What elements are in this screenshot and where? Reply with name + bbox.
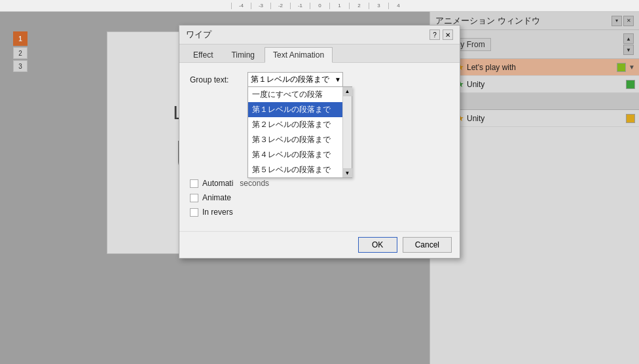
ruler-tick: 2 bbox=[349, 3, 369, 9]
automate-label: Automati bbox=[202, 179, 233, 188]
dropdown-option[interactable]: 第２レベルの段落まで bbox=[248, 117, 352, 132]
wipe-dialog: ワイプ ? ✕ Effect Timing Text Animation Gro… bbox=[179, 25, 460, 259]
dialog-content: Group text: 第１レベルの段落まで ▼ 一度にすべての段落 第１レベル… bbox=[179, 63, 460, 231]
tab-timing[interactable]: Timing bbox=[223, 47, 263, 62]
ruler-tick: -2 bbox=[270, 3, 290, 9]
ok-button[interactable]: OK bbox=[358, 237, 397, 253]
dialog-title: ワイプ bbox=[186, 29, 211, 41]
automate-checkbox[interactable] bbox=[190, 179, 198, 188]
dialog-close-button[interactable]: ✕ bbox=[443, 29, 453, 40]
ruler-tick: -1 bbox=[290, 3, 310, 9]
ruler-tick: -4 bbox=[231, 3, 251, 9]
dropdown-scrollbar: ▲ ▼ bbox=[342, 87, 352, 177]
animate-checkbox[interactable] bbox=[190, 194, 198, 202]
automate-row: Automati seconds bbox=[190, 179, 449, 188]
dropdown-option[interactable]: 第１レベルの段落まで bbox=[248, 102, 352, 117]
ruler-tick: 0 bbox=[310, 3, 329, 9]
scrollbar-down-button[interactable]: ▼ bbox=[343, 168, 352, 177]
in-reverse-checkbox[interactable] bbox=[190, 208, 198, 217]
dialog-help-button[interactable]: ? bbox=[429, 29, 440, 40]
dropdown-chevron-icon: ▼ bbox=[335, 76, 341, 83]
tab-effect[interactable]: Effect bbox=[185, 47, 221, 62]
dropdown-display[interactable]: 第１レベルの段落まで ▼ bbox=[247, 72, 343, 87]
dialog-titlebar-buttons: ? ✕ bbox=[429, 29, 453, 40]
group-text-label: Group text: bbox=[190, 75, 242, 84]
dialog-overlay: ワイプ ? ✕ Effect Timing Text Animation Gro… bbox=[0, 12, 639, 364]
scrollbar-up-button[interactable]: ▲ bbox=[343, 87, 352, 96]
dropdown-option[interactable]: 第４レベルの段落まで bbox=[248, 147, 352, 162]
dialog-titlebar: ワイプ ? ✕ bbox=[179, 26, 460, 45]
group-text-dropdown[interactable]: 第１レベルの段落まで ▼ 一度にすべての段落 第１レベルの段落まで 第２レベルの… bbox=[247, 72, 343, 87]
seconds-label: seconds bbox=[240, 179, 269, 188]
ruler-tick: 3 bbox=[369, 3, 388, 9]
dropdown-list: 一度にすべての段落 第１レベルの段落まで 第２レベルの段落まで 第３レベルの段落… bbox=[247, 86, 352, 178]
ruler-tick: -3 bbox=[251, 3, 270, 9]
dropdown-value: 第１レベルの段落まで bbox=[251, 74, 329, 85]
dropdown-option[interactable]: 一度にすべての段落 bbox=[248, 87, 352, 102]
dropdown-option[interactable]: 第３レベルの段落まで bbox=[248, 132, 352, 147]
animate-label: Animate bbox=[202, 193, 231, 202]
in-reverse-row: In revers bbox=[190, 208, 449, 217]
group-text-row: Group text: 第１レベルの段落まで ▼ 一度にすべての段落 第１レベル… bbox=[190, 72, 449, 87]
ruler-tick: 4 bbox=[388, 3, 408, 9]
in-reverse-label: In revers bbox=[202, 208, 233, 217]
tab-text-animation[interactable]: Text Animation bbox=[265, 47, 333, 63]
dropdown-option[interactable]: 第５レベルの段落まで bbox=[248, 162, 352, 177]
ruler-tick: 1 bbox=[329, 3, 349, 9]
main-area: 1 2 3 Let's play with Unity アニメーション ウィンド… bbox=[0, 12, 639, 364]
animate-row: Animate bbox=[190, 193, 449, 202]
cancel-button[interactable]: Cancel bbox=[403, 237, 452, 253]
ruler: -4 -3 -2 -1 0 1 2 3 4 bbox=[0, 0, 639, 12]
dialog-tabs: Effect Timing Text Animation bbox=[179, 45, 460, 63]
dialog-footer: OK Cancel bbox=[179, 231, 460, 258]
